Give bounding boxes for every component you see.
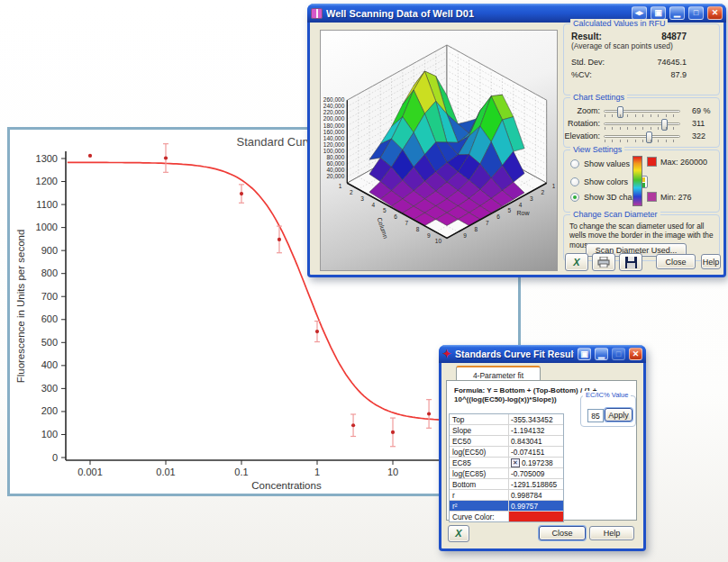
help-button[interactable]: Help [701, 254, 721, 269]
curve-color-row[interactable]: Curve Color: [450, 512, 563, 521]
param-value: -1291.518865 [509, 479, 563, 489]
well-scan-3d-chart: 20,00040,00060,00080,000100,000120,00014… [320, 30, 558, 271]
maximize-icon[interactable]: □ [688, 6, 704, 20]
elevation-slider-label: Elevation: [564, 131, 600, 140]
group-caption: View Settings [570, 145, 624, 154]
row-tick-label: 5 [508, 207, 512, 213]
param-value: -0.074151 [509, 447, 563, 457]
column-tick-label: 8 [416, 226, 420, 232]
result-value: 84877 [661, 32, 687, 41]
param-value: 0.843041 [509, 436, 563, 446]
param-name: EC85 [450, 458, 509, 467]
close-icon[interactable]: ✕ [707, 6, 723, 20]
slider-ticks [605, 114, 681, 117]
ecic-percent-input[interactable]: 85 [587, 409, 604, 422]
y-tick-label: 1300 [36, 153, 58, 164]
table-row[interactable]: EC85 ✕0.197238 [450, 458, 563, 468]
chart-settings-group: Chart Settings Zoom: 69 % Rotation: 311 … [563, 97, 720, 148]
elevation-slider-track[interactable] [604, 135, 680, 138]
z-tick-label: 180,000 [323, 122, 345, 129]
curve-color-swatch[interactable] [509, 512, 563, 521]
calculated-values-group: Calculated Values in RFU Result: 84877 (… [563, 23, 720, 95]
close-button[interactable]: Close [656, 254, 696, 269]
export-excel-button[interactable]: X [448, 525, 469, 542]
param-name: Slope [450, 425, 509, 435]
fit-tab-page: Formula: Y = Bottom + (Top-Bottom) / (1 … [446, 380, 637, 521]
stddev-value: 74645.1 [657, 58, 687, 67]
table-row[interactable]: Bottom -1291.518865 [450, 479, 563, 490]
column-tick-label: 1 [339, 183, 342, 189]
column-tick-label: 9 [427, 232, 431, 239]
max-color-swatch [647, 157, 657, 167]
table-row[interactable]: r 0.998784 [450, 490, 563, 501]
desktop: { "chart_data": [ { "type": "scatter", "… [0, 0, 728, 562]
curve-fit-titlebar[interactable]: ✦ Standards Curve Fit Results ▣ ▁ □ ✕ [439, 345, 646, 363]
z-tick-label: 160,000 [323, 129, 345, 135]
param-value: -355.343452 [509, 414, 563, 424]
y-tick-label: 300 [41, 383, 58, 394]
data-point [278, 238, 281, 241]
table-row[interactable]: log(EC50) -0.074151 [450, 447, 563, 458]
radio-label: Show colors [584, 177, 628, 186]
close-icon[interactable]: ✕ [629, 348, 642, 360]
show-values-radio[interactable]: Show values [570, 159, 630, 168]
dock-icon[interactable]: ▣ [578, 348, 591, 360]
radio-icon[interactable] [570, 193, 579, 202]
export-excel-button[interactable]: X [565, 253, 588, 271]
column-tick-label: 4 [372, 202, 376, 208]
curve-fit-results-window: ✦ Standards Curve Fit Results ▣ ▁ □ ✕ 4-… [439, 345, 646, 551]
group-caption: Change Scan Diameter [570, 210, 660, 219]
radio-icon[interactable] [570, 159, 579, 168]
table-row[interactable]: EC50 0.843041 [450, 436, 563, 447]
print-button[interactable] [592, 253, 615, 271]
zoom-slider-track[interactable] [604, 110, 680, 113]
radio-icon[interactable] [570, 177, 579, 186]
window-title: Well Scanning Data of Well D01 [326, 8, 628, 19]
stddev-label: Std. Dev: [571, 58, 657, 67]
table-row[interactable]: Top -355.343452 [450, 414, 563, 425]
rotation-slider-track[interactable] [604, 122, 680, 125]
show-3d-chart-radio[interactable]: Show 3D chart [570, 193, 637, 202]
y-tick-label: 1100 [36, 199, 58, 210]
zoom-slider-label: Zoom: [577, 106, 600, 115]
minimize-icon[interactable]: ▁ [595, 348, 608, 360]
save-button[interactable] [619, 253, 642, 271]
help-button[interactable]: Help [589, 526, 634, 540]
zoom-slider[interactable]: Zoom: 69 % [604, 105, 719, 118]
data-point [391, 431, 395, 434]
min-label: Min: 276 [660, 193, 692, 202]
z-tick-label: 40,000 [326, 167, 344, 173]
clear-value-icon[interactable]: ✕ [511, 458, 520, 467]
minimize-icon[interactable]: ▁ [669, 6, 685, 20]
param-value: ✕0.197238 [509, 458, 563, 467]
elevation-slider[interactable]: Elevation: 322 [604, 131, 719, 143]
rotation-slider[interactable]: Rotation: 311 [604, 118, 719, 131]
group-caption: Calculated Values in RFU [570, 19, 668, 28]
apply-button[interactable]: Apply [605, 408, 632, 422]
param-value: -0.705009 [509, 468, 563, 478]
cv-label: %CV: [571, 70, 670, 79]
rotation-slider-value: 311 [692, 119, 705, 128]
z-tick-label: 220,000 [323, 109, 345, 115]
data-point [88, 154, 92, 158]
x-tick-label: 0.1 [234, 467, 248, 477]
row-tick-label: 3 [530, 195, 533, 202]
table-row[interactable]: Slope -1.194132 [450, 425, 563, 436]
z-tick-label: 200,000 [323, 115, 345, 122]
min-color-swatch [647, 192, 657, 202]
param-name: r [450, 490, 509, 500]
well-scanning-window: Well Scanning Data of Well D01 ◂▸ ▣ ▁ □ … [307, 4, 726, 277]
row-tick-label: 8 [475, 226, 478, 232]
dock-icon[interactable]: ▣ [651, 6, 666, 20]
color-scale-gradient [632, 156, 642, 206]
data-point [351, 423, 355, 427]
z-tick-label: 20,000 [326, 173, 344, 179]
z-tick-label: 60,000 [326, 160, 344, 167]
z-tick-label: 140,000 [323, 135, 345, 141]
row-tick-label: 1 [552, 183, 555, 189]
x-tick-label: 0.01 [156, 467, 175, 477]
close-button[interactable]: Close [539, 526, 586, 540]
table-row[interactable]: log(EC85) -0.705009 [450, 468, 563, 479]
pop-out-icon[interactable]: ◂▸ [632, 6, 647, 20]
table-row-selected[interactable]: r² 0.99757 [450, 501, 563, 512]
